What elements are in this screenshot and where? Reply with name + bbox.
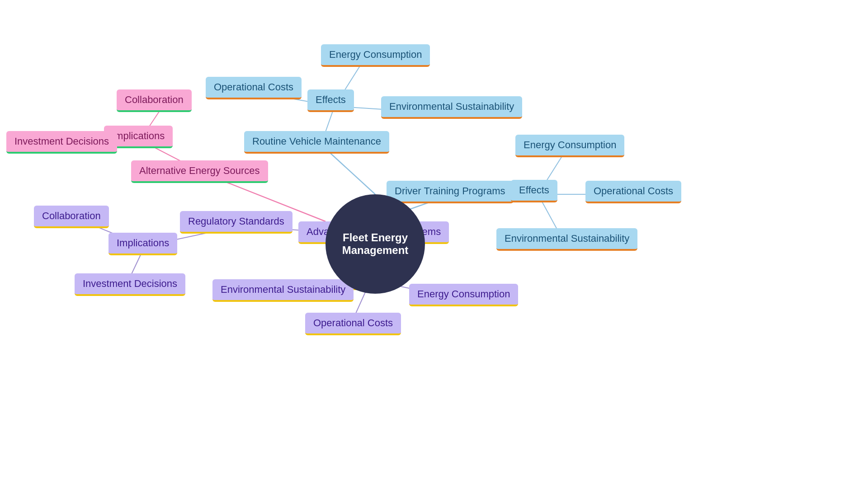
collaboration-top-node[interactable]: Collaboration: [117, 89, 192, 112]
collaboration-bottom-node[interactable]: Collaboration: [34, 206, 109, 228]
center-node: Fleet Energy Management: [326, 194, 425, 294]
regulatory-standards-node[interactable]: Regulatory Standards: [180, 211, 292, 234]
energy-consumption-bottom-node[interactable]: Energy Consumption: [409, 284, 518, 306]
environmental-sustainability-bottom-node[interactable]: Environmental Sustainability: [212, 279, 354, 302]
environmental-sustainability-top-node[interactable]: Environmental Sustainability: [381, 96, 522, 119]
effects-right-node[interactable]: Effects: [511, 180, 557, 202]
investment-decisions-bottom-node[interactable]: Investment Decisions: [75, 273, 185, 296]
operational-costs-bottom-node[interactable]: Operational Costs: [305, 313, 401, 335]
effects-top-node[interactable]: Effects: [307, 89, 354, 112]
investment-decisions-top-node[interactable]: Investment Decisions: [6, 131, 117, 154]
alternative-energy-sources-node[interactable]: Alternative Energy Sources: [131, 160, 268, 183]
routine-vehicle-maintenance-node[interactable]: Routine Vehicle Maintenance: [244, 131, 389, 154]
implications-bottom-node[interactable]: Implications: [108, 233, 177, 255]
operational-costs-right-node[interactable]: Operational Costs: [585, 181, 681, 203]
environmental-sustainability-right-node[interactable]: Environmental Sustainability: [496, 228, 637, 251]
energy-consumption-right-node[interactable]: Energy Consumption: [515, 135, 624, 157]
operational-costs-top-node[interactable]: Operational Costs: [206, 77, 302, 99]
energy-consumption-top-node[interactable]: Energy Consumption: [321, 44, 430, 67]
driver-training-programs-node[interactable]: Driver Training Programs: [387, 181, 514, 203]
